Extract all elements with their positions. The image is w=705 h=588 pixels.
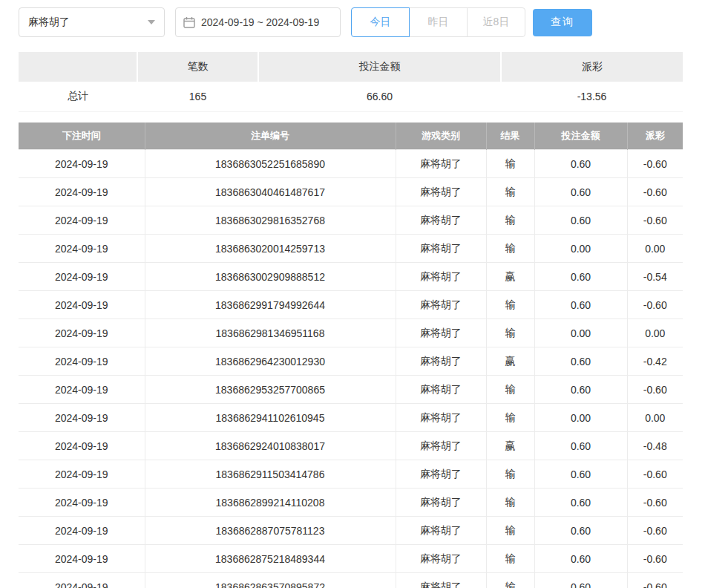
chevron-down-icon xyxy=(148,20,155,24)
cell-game-type: 麻将胡了 xyxy=(396,545,486,573)
cell-result: 赢 xyxy=(486,263,534,291)
table-row: 2024-09-191836862953257700865麻将胡了输0.60-0… xyxy=(19,376,683,404)
cell-game-type: 麻将胡了 xyxy=(396,432,486,460)
cell-bet-amount: 0.00 xyxy=(534,319,627,347)
cell-order-id: 1836862899214110208 xyxy=(145,489,396,517)
cell-result: 输 xyxy=(486,404,534,432)
cell-bet-time: 2024-09-19 xyxy=(19,347,145,376)
table-row: 2024-09-191836862924010838017麻将胡了赢0.60-0… xyxy=(19,432,683,460)
cell-bet-amount: 0.60 xyxy=(534,573,627,588)
records-header-bet-time: 下注时间 xyxy=(19,122,145,150)
cell-result: 输 xyxy=(486,319,534,347)
cell-result: 赢 xyxy=(486,432,534,460)
table-row: 2024-09-191836863020014259713麻将胡了输0.000.… xyxy=(19,235,683,263)
records-header-order-id: 注单编号 xyxy=(145,122,396,150)
summary-header-row: 笔数 投注金额 派彩 xyxy=(19,52,683,82)
cell-bet-time: 2024-09-19 xyxy=(19,432,145,460)
cell-payout: -0.60 xyxy=(627,206,683,235)
records-header-game-type: 游戏类别 xyxy=(396,122,486,150)
cell-game-type: 麻将胡了 xyxy=(396,376,486,404)
cell-payout: -0.60 xyxy=(627,376,683,404)
game-select-value: 麻将胡了 xyxy=(28,16,70,29)
cell-game-type: 麻将胡了 xyxy=(396,291,486,319)
summary-header-count: 笔数 xyxy=(137,52,258,82)
cell-bet-time: 2024-09-19 xyxy=(19,517,145,545)
cell-game-type: 麻将胡了 xyxy=(396,263,486,291)
cell-game-type: 麻将胡了 xyxy=(396,460,486,489)
cell-order-id: 1836862875218489344 xyxy=(145,545,396,573)
summary-total-label: 总计 xyxy=(19,82,137,111)
quick-filter-last8days[interactable]: 近8日 xyxy=(467,7,525,37)
game-select[interactable]: 麻将胡了 xyxy=(19,7,165,37)
records-header-row: 下注时间 注单编号 游戏类别 结果 投注金额 派彩 xyxy=(19,122,683,150)
cell-payout: -0.60 xyxy=(627,150,683,178)
summary-header-payout: 派彩 xyxy=(501,52,683,82)
summary-header-blank xyxy=(19,52,137,82)
cell-game-type: 麻将胡了 xyxy=(396,517,486,545)
cell-bet-amount: 0.60 xyxy=(534,376,627,404)
cell-bet-time: 2024-09-19 xyxy=(19,319,145,347)
cell-order-id: 1836862981346951168 xyxy=(145,319,396,347)
cell-payout: -0.60 xyxy=(627,178,683,206)
cell-bet-amount: 0.60 xyxy=(534,178,627,206)
quick-filter-today[interactable]: 今日 xyxy=(351,7,410,37)
cell-order-id: 1836862911503414786 xyxy=(145,460,396,489)
cell-order-id: 1836862941102610945 xyxy=(145,404,396,432)
table-row: 2024-09-191836862863570895872麻将胡了输0.60-0… xyxy=(19,573,683,588)
cell-payout: -0.60 xyxy=(627,489,683,517)
cell-result: 输 xyxy=(486,235,534,263)
cell-result: 输 xyxy=(486,489,534,517)
cell-payout: -0.60 xyxy=(627,517,683,545)
cell-bet-amount: 0.60 xyxy=(534,489,627,517)
table-row: 2024-09-191836862981346951168麻将胡了输0.000.… xyxy=(19,319,683,347)
cell-order-id: 1836863002909888512 xyxy=(145,263,396,291)
cell-result: 输 xyxy=(486,573,534,588)
cell-order-id: 1836862887075781123 xyxy=(145,517,396,545)
filter-toolbar: 麻将胡了 2024-09-19 ~ 2024-09-19 今日 昨日 近8日 查… xyxy=(0,0,705,37)
date-range-input[interactable]: 2024-09-19 ~ 2024-09-19 xyxy=(175,7,341,37)
cell-game-type: 麻将胡了 xyxy=(396,489,486,517)
cell-order-id: 1836862964230012930 xyxy=(145,347,396,376)
calendar-icon xyxy=(183,16,195,28)
quick-filter-group: 今日 昨日 近8日 xyxy=(351,7,525,37)
summary-total-payout: -13.56 xyxy=(501,82,683,111)
cell-payout: -0.48 xyxy=(627,432,683,460)
cell-bet-amount: 0.60 xyxy=(534,150,627,178)
table-row: 2024-09-191836862911503414786麻将胡了输0.60-0… xyxy=(19,460,683,489)
cell-result: 输 xyxy=(486,291,534,319)
records-header-payout: 派彩 xyxy=(627,122,683,150)
cell-bet-time: 2024-09-19 xyxy=(19,545,145,573)
cell-game-type: 麻将胡了 xyxy=(396,206,486,235)
cell-payout: -0.60 xyxy=(627,573,683,588)
cell-bet-amount: 0.00 xyxy=(534,404,627,432)
summary-header-bet-amount: 投注金额 xyxy=(258,52,501,82)
cell-bet-time: 2024-09-19 xyxy=(19,573,145,588)
cell-order-id: 1836863052251685890 xyxy=(145,150,396,178)
cell-order-id: 1836862953257700865 xyxy=(145,376,396,404)
table-row: 2024-09-191836862887075781123麻将胡了输0.60-0… xyxy=(19,517,683,545)
cell-bet-time: 2024-09-19 xyxy=(19,376,145,404)
cell-game-type: 麻将胡了 xyxy=(396,150,486,178)
summary-table: 笔数 投注金额 派彩 总计 165 66.60 -13.56 xyxy=(19,52,683,112)
cell-game-type: 麻将胡了 xyxy=(396,404,486,432)
cell-bet-amount: 0.00 xyxy=(534,235,627,263)
records-tbody: 2024-09-191836863052251685890麻将胡了输0.60-0… xyxy=(19,150,683,588)
table-row: 2024-09-191836862964230012930麻将胡了赢0.60-0… xyxy=(19,347,683,376)
cell-bet-time: 2024-09-19 xyxy=(19,404,145,432)
cell-payout: -0.42 xyxy=(627,347,683,376)
cell-order-id: 1836863040461487617 xyxy=(145,178,396,206)
cell-order-id: 1836863029816352768 xyxy=(145,206,396,235)
cell-bet-amount: 0.60 xyxy=(534,460,627,489)
cell-bet-amount: 0.60 xyxy=(534,206,627,235)
cell-game-type: 麻将胡了 xyxy=(396,319,486,347)
cell-bet-time: 2024-09-19 xyxy=(19,489,145,517)
cell-game-type: 麻将胡了 xyxy=(396,573,486,588)
quick-filter-yesterday[interactable]: 昨日 xyxy=(409,7,468,37)
cell-result: 输 xyxy=(486,178,534,206)
search-button[interactable]: 查询 xyxy=(533,9,592,36)
table-row: 2024-09-191836862941102610945麻将胡了输0.000.… xyxy=(19,404,683,432)
cell-bet-time: 2024-09-19 xyxy=(19,235,145,263)
cell-bet-time: 2024-09-19 xyxy=(19,150,145,178)
cell-result: 赢 xyxy=(486,347,534,376)
cell-bet-amount: 0.60 xyxy=(534,545,627,573)
